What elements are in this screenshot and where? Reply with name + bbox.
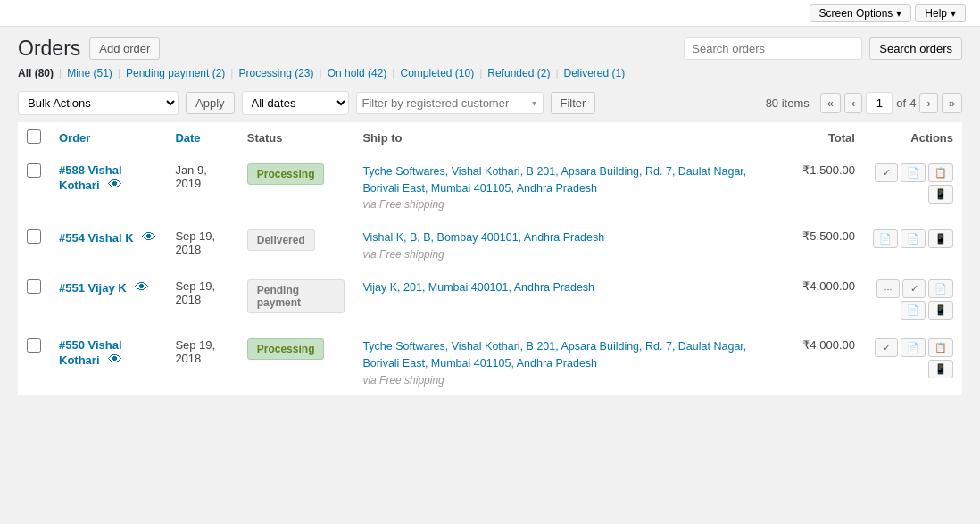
filter-link-refunded[interactable]: Refunded (2) xyxy=(487,62,550,84)
action-btn-1-0-2[interactable]: 📱 xyxy=(928,229,953,248)
orders-table: Order Date Status Ship to Total Actions xyxy=(18,122,962,396)
action-row-0-0: ✓📄📋 xyxy=(875,163,953,182)
action-btn-1-0-1[interactable]: 📄 xyxy=(901,229,926,248)
filter-link-on-hold[interactable]: On hold (42) xyxy=(328,62,387,84)
filter-link-all[interactable]: All (80) xyxy=(18,62,54,84)
status-cell-3: Processing xyxy=(238,329,354,396)
header-right: Search orders xyxy=(684,37,962,60)
filter-link-processing[interactable]: Processing (23) xyxy=(238,62,313,84)
action-btn-2-1-0[interactable]: 📄 xyxy=(901,301,926,320)
filter-links: All (80) | Mine (51) | Pending payment (… xyxy=(18,62,962,84)
action-btn-0-1-0[interactable]: 📱 xyxy=(928,185,953,204)
pagination: 80 items « ‹ of 4 › » xyxy=(766,92,962,114)
view-order-icon-1[interactable]: 👁 xyxy=(142,229,156,245)
row-checkbox-3[interactable] xyxy=(27,338,41,353)
ship-to-address-0: Tyche Softwares, Vishal Kothari, B 201, … xyxy=(362,163,785,197)
action-row-0-1: 📱 xyxy=(928,185,953,204)
first-page-button[interactable]: « xyxy=(820,93,841,113)
action-btn-2-0-1[interactable]: ✓ xyxy=(902,279,926,298)
last-page-button[interactable]: » xyxy=(942,93,962,113)
filter-link-completed[interactable]: Completed (10) xyxy=(400,62,474,84)
page-title: Orders xyxy=(18,36,80,62)
screen-options-label: Screen Options xyxy=(819,7,893,20)
actions-cell-3: ✓📄📋📱 xyxy=(864,329,962,396)
action-btn-0-0-1[interactable]: 📄 xyxy=(901,163,926,182)
select-all-header xyxy=(18,122,50,154)
help-button[interactable]: Help ▾ xyxy=(915,4,966,22)
help-label: Help xyxy=(925,7,947,20)
action-btn-2-0-0[interactable]: ··· xyxy=(876,279,900,298)
total-cell-2: ₹4,000.00 xyxy=(793,270,864,329)
row-checkbox-1[interactable] xyxy=(27,229,41,244)
action-btn-2-1-1[interactable]: 📱 xyxy=(928,301,953,320)
action-row-2-1: 📄📱 xyxy=(901,301,953,320)
search-orders-input[interactable] xyxy=(684,37,862,60)
order-cell-3: #550 Vishal Kothari 👁 xyxy=(50,329,166,396)
filter-link-mine[interactable]: Mine (51) xyxy=(67,62,112,84)
action-btn-3-0-0[interactable]: ✓ xyxy=(875,338,898,357)
action-row-2-0: ···✓📄 xyxy=(876,279,953,298)
status-badge-2: Pending payment xyxy=(247,279,345,313)
add-order-button[interactable]: Add order xyxy=(89,37,160,60)
apply-button[interactable]: Apply xyxy=(186,92,235,114)
row-checkbox-cell-1 xyxy=(18,220,50,270)
page-number-input[interactable] xyxy=(866,92,893,114)
total-cell-1: ₹5,500.00 xyxy=(793,220,864,270)
row-checkbox-cell-2 xyxy=(18,270,50,329)
table-row: #551 Vijay K 👁Sep 19, 2018Pending paymen… xyxy=(18,270,962,329)
view-order-icon-3[interactable]: 👁 xyxy=(108,352,122,367)
date-cell-0: Jan 9, 2019 xyxy=(166,154,237,220)
action-btn-3-1-0[interactable]: 📱 xyxy=(928,360,953,378)
next-page-button[interactable]: › xyxy=(919,93,937,113)
status-column-header: Status xyxy=(238,122,354,154)
order-link-2[interactable]: #551 Vijay K xyxy=(59,281,127,295)
action-btn-3-0-2[interactable]: 📋 xyxy=(928,338,953,357)
filter-separator: | xyxy=(320,62,322,84)
bulk-actions-select[interactable]: Bulk Actions xyxy=(18,91,179,115)
action-btn-0-0-2[interactable]: 📋 xyxy=(928,163,953,182)
filter-separator: | xyxy=(555,62,558,84)
date-filter-select[interactable]: All dates xyxy=(242,91,349,115)
status-badge-0: Processing xyxy=(247,163,325,185)
row-checkbox-0[interactable] xyxy=(27,163,41,178)
status-cell-1: Delivered xyxy=(238,220,354,270)
filter-separator: | xyxy=(59,62,62,84)
select-all-checkbox[interactable] xyxy=(27,129,41,144)
date-column-header[interactable]: Date xyxy=(166,122,237,154)
action-btn-0-0-0[interactable]: ✓ xyxy=(875,163,898,182)
ship-to-column-header: Ship to xyxy=(353,122,793,154)
prev-page-button[interactable]: ‹ xyxy=(844,93,862,113)
action-btn-1-0-0[interactable]: 📄 xyxy=(873,229,898,248)
actions-cell-0: ✓📄📋📱 xyxy=(864,154,962,220)
ship-via-3: via Free shipping xyxy=(362,374,785,387)
filter-link-delivered[interactable]: Delivered (1) xyxy=(564,62,626,84)
customer-filter-input[interactable] xyxy=(356,92,544,114)
table-row: #550 Vishal Kothari 👁Sep 19, 2018Process… xyxy=(18,329,962,396)
action-btn-3-0-1[interactable]: 📄 xyxy=(901,338,926,357)
filter-link-pending[interactable]: Pending payment (2) xyxy=(126,62,225,84)
ship-to-cell-2: Vijay K, 201, Mumbai 400101, Andhra Prad… xyxy=(353,270,793,329)
filter-separator: | xyxy=(392,62,394,84)
total-pages: 4 xyxy=(909,96,916,110)
action-btn-2-0-2[interactable]: 📄 xyxy=(928,279,953,298)
order-cell-2: #551 Vijay K 👁 xyxy=(50,270,166,329)
actions-column-header: Actions xyxy=(864,122,962,154)
action-row-3-1: 📱 xyxy=(928,360,953,378)
view-order-icon-2[interactable]: 👁 xyxy=(135,279,149,295)
row-checkbox-cell-3 xyxy=(18,329,50,396)
filter-button[interactable]: Filter xyxy=(551,92,596,114)
status-badge-3: Processing xyxy=(247,338,325,360)
screen-options-button[interactable]: Screen Options ▾ xyxy=(810,4,912,22)
filter-separator: | xyxy=(230,62,233,84)
search-orders-button[interactable]: Search orders xyxy=(869,37,962,60)
status-cell-2: Pending payment xyxy=(238,270,354,329)
filter-separator: | xyxy=(479,62,482,84)
order-column-header[interactable]: Order xyxy=(50,122,166,154)
total-cell-0: ₹1,500.00 xyxy=(793,154,864,220)
screen-options-chevron: ▾ xyxy=(896,7,901,20)
ship-to-cell-1: Vishal K, B, B, Bombay 400101, Andhra Pr… xyxy=(353,220,793,270)
row-checkbox-2[interactable] xyxy=(27,279,41,294)
view-order-icon-0[interactable]: 👁 xyxy=(108,177,122,192)
order-link-1[interactable]: #554 Vishal K xyxy=(59,231,134,245)
page-content: Orders Add order Search orders All (80) … xyxy=(0,27,980,414)
